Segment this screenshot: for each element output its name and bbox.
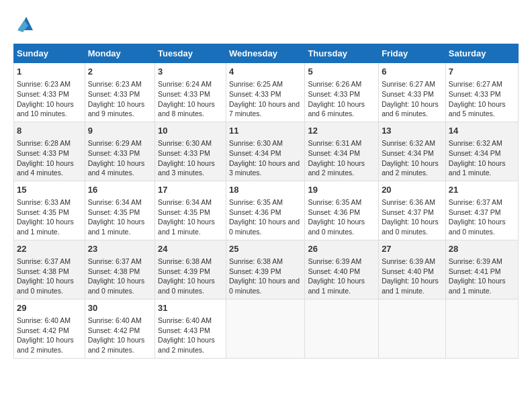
sunrise-text: Sunrise: 6:38 AM: [229, 257, 283, 265]
sunset-text: Sunset: 4:34 PM: [382, 149, 434, 157]
day-cell: 19Sunrise: 6:35 AMSunset: 4:36 PMDayligh…: [305, 181, 379, 240]
daylight-text: Daylight: 10 hours and 6 minutes.: [382, 100, 439, 118]
day-number: 3: [158, 66, 223, 78]
daylight-text: Daylight: 10 hours and 2 minutes.: [382, 159, 439, 177]
sunset-text: Sunset: 4:33 PM: [382, 90, 434, 98]
day-cell: 21Sunrise: 6:37 AMSunset: 4:37 PMDayligh…: [445, 181, 518, 240]
sunrise-text: Sunrise: 6:37 AM: [449, 198, 502, 206]
header-saturday: Saturday: [445, 44, 518, 63]
daylight-text: Daylight: 10 hours and 1 minute.: [308, 277, 365, 295]
day-number: 15: [17, 184, 82, 196]
sunset-text: Sunset: 4:39 PM: [158, 267, 210, 275]
sunset-text: Sunset: 4:40 PM: [308, 267, 360, 275]
day-cell: 31Sunrise: 6:40 AMSunset: 4:43 PMDayligh…: [155, 299, 226, 358]
sunset-text: Sunset: 4:33 PM: [158, 149, 210, 157]
day-cell: 11Sunrise: 6:30 AMSunset: 4:34 PMDayligh…: [226, 122, 304, 181]
sunset-text: Sunset: 4:38 PM: [88, 267, 140, 275]
day-cell: 8Sunrise: 6:28 AMSunset: 4:33 PMDaylight…: [14, 122, 85, 181]
sunset-text: Sunset: 4:42 PM: [88, 326, 140, 334]
sunrise-text: Sunrise: 6:25 AM: [229, 80, 283, 88]
day-number: 2: [88, 66, 152, 78]
daylight-text: Daylight: 10 hours and 1 minute.: [17, 218, 74, 236]
sunset-text: Sunset: 4:37 PM: [449, 208, 501, 216]
sunrise-text: Sunrise: 6:30 AM: [229, 139, 283, 147]
day-number: 24: [158, 243, 223, 255]
daylight-text: Daylight: 10 hours and 2 minutes.: [158, 336, 215, 354]
header-thursday: Thursday: [305, 44, 379, 63]
daylight-text: Daylight: 10 hours and 10 minutes.: [17, 100, 74, 118]
day-number: 30: [88, 302, 152, 314]
sunrise-text: Sunrise: 6:37 AM: [17, 257, 71, 265]
sunset-text: Sunset: 4:33 PM: [449, 90, 501, 98]
sunset-text: Sunset: 4:35 PM: [158, 208, 210, 216]
sunset-text: Sunset: 4:33 PM: [88, 90, 140, 98]
sunset-text: Sunset: 4:34 PM: [308, 149, 360, 157]
daylight-text: Daylight: 10 hours and 4 minutes.: [17, 159, 74, 177]
day-cell: 26Sunrise: 6:39 AMSunset: 4:40 PMDayligh…: [305, 240, 379, 299]
daylight-text: Daylight: 10 hours and 8 minutes.: [158, 100, 215, 118]
day-number: 9: [88, 125, 152, 137]
day-number: 8: [17, 125, 82, 137]
daylight-text: Daylight: 10 hours and 2 minutes.: [308, 159, 365, 177]
sunrise-text: Sunrise: 6:37 AM: [88, 257, 142, 265]
daylight-text: Daylight: 10 hours and 3 minutes.: [158, 159, 215, 177]
sunrise-text: Sunrise: 6:27 AM: [449, 80, 502, 88]
sunset-text: Sunset: 4:36 PM: [308, 208, 360, 216]
day-cell: 3Sunrise: 6:24 AMSunset: 4:33 PMDaylight…: [155, 63, 226, 122]
sunset-text: Sunset: 4:41 PM: [449, 267, 501, 275]
sunrise-text: Sunrise: 6:31 AM: [308, 139, 361, 147]
sunrise-text: Sunrise: 6:32 AM: [382, 139, 435, 147]
page-container: SundayMondayTuesdayWednesdayThursdayFrid…: [13, 13, 519, 359]
sunset-text: Sunset: 4:34 PM: [449, 149, 501, 157]
day-number: 31: [158, 302, 223, 314]
sunset-text: Sunset: 4:38 PM: [17, 267, 69, 275]
logo: [13, 13, 36, 34]
sunrise-text: Sunrise: 6:33 AM: [17, 198, 71, 206]
day-cell: [379, 299, 446, 358]
day-cell: 13Sunrise: 6:32 AMSunset: 4:34 PMDayligh…: [379, 122, 446, 181]
day-number: 22: [17, 243, 82, 255]
day-number: 10: [158, 125, 223, 137]
sunset-text: Sunset: 4:33 PM: [17, 90, 69, 98]
day-number: 11: [229, 125, 302, 137]
day-cell: 23Sunrise: 6:37 AMSunset: 4:38 PMDayligh…: [85, 240, 154, 299]
sunset-text: Sunset: 4:33 PM: [308, 90, 360, 98]
sunrise-text: Sunrise: 6:23 AM: [88, 80, 142, 88]
sunset-text: Sunset: 4:36 PM: [229, 208, 281, 216]
day-cell: 5Sunrise: 6:26 AMSunset: 4:33 PMDaylight…: [305, 63, 379, 122]
header-wednesday: Wednesday: [226, 44, 304, 63]
daylight-text: Daylight: 10 hours and 9 minutes.: [88, 100, 145, 118]
day-cell: 30Sunrise: 6:40 AMSunset: 4:42 PMDayligh…: [85, 299, 154, 358]
daylight-text: Daylight: 10 hours and 5 minutes.: [449, 100, 506, 118]
week-row-2: 8Sunrise: 6:28 AMSunset: 4:33 PMDaylight…: [14, 122, 519, 181]
day-cell: [226, 299, 304, 358]
daylight-text: Daylight: 10 hours and 1 minute.: [449, 277, 506, 295]
daylight-text: Daylight: 10 hours and 0 minutes.: [88, 277, 145, 295]
day-cell: [305, 299, 379, 358]
sunset-text: Sunset: 4:34 PM: [229, 149, 281, 157]
sunset-text: Sunset: 4:39 PM: [229, 267, 281, 275]
day-number: 13: [382, 125, 443, 137]
day-cell: 28Sunrise: 6:39 AMSunset: 4:41 PMDayligh…: [445, 240, 518, 299]
sunset-text: Sunset: 4:33 PM: [229, 90, 281, 98]
sunset-text: Sunset: 4:33 PM: [158, 90, 210, 98]
day-number: 20: [382, 184, 443, 196]
day-number: 23: [88, 243, 152, 255]
sunrise-text: Sunrise: 6:29 AM: [88, 139, 142, 147]
sunset-text: Sunset: 4:37 PM: [382, 208, 434, 216]
sunrise-text: Sunrise: 6:23 AM: [17, 80, 71, 88]
sunset-text: Sunset: 4:33 PM: [88, 149, 140, 157]
day-cell: 6Sunrise: 6:27 AMSunset: 4:33 PMDaylight…: [379, 63, 446, 122]
day-number: 21: [449, 184, 515, 196]
day-number: 5: [308, 66, 375, 78]
daylight-text: Daylight: 10 hours and 1 minute.: [382, 277, 439, 295]
sunset-text: Sunset: 4:43 PM: [158, 326, 210, 334]
day-number: 25: [229, 243, 302, 255]
sunrise-text: Sunrise: 6:34 AM: [88, 198, 142, 206]
day-number: 29: [17, 302, 82, 314]
daylight-text: Daylight: 10 hours and 7 minutes.: [229, 100, 300, 118]
sunrise-text: Sunrise: 6:32 AM: [449, 139, 502, 147]
day-cell: 15Sunrise: 6:33 AMSunset: 4:35 PMDayligh…: [14, 181, 85, 240]
day-number: 14: [449, 125, 515, 137]
daylight-text: Daylight: 10 hours and 6 minutes.: [308, 100, 365, 118]
